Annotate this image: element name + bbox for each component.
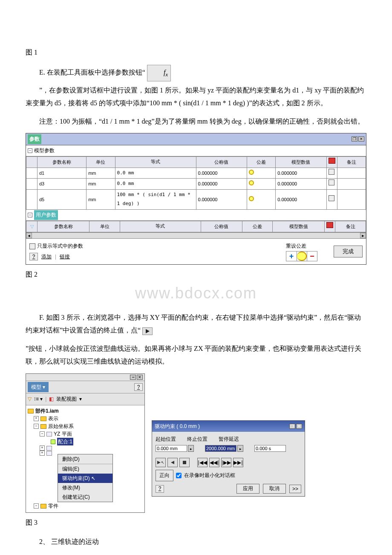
- minus-icon[interactable]: −: [307, 251, 317, 261]
- rewind-start-button[interactable]: |◀◀: [197, 458, 208, 467]
- cell-eq[interactable]: 100 mm * ( sin(d1 / 1 mm * 1 deg) ): [115, 190, 196, 210]
- direction-button[interactable]: 正向: [156, 470, 173, 481]
- cell-eq[interactable]: 0.0 mm: [115, 179, 196, 190]
- col-eq: 等式: [115, 156, 196, 168]
- table-row[interactable]: d3 mm 0.0 mm 0.000000 0.000000: [26, 179, 366, 190]
- step-back-button[interactable]: ◀◀|: [209, 458, 219, 467]
- cursor-icon: ↖: [161, 459, 164, 466]
- plane-icon: [46, 451, 52, 456]
- tolerance-icon: [249, 196, 254, 201]
- checkbox-icon[interactable]: [329, 179, 334, 185]
- flag-icon[interactable]: [326, 222, 333, 228]
- tree-icon[interactable]: ⁝≡ ▾: [34, 394, 43, 404]
- restore-icon[interactable]: ❐: [289, 424, 295, 429]
- end-input[interactable]: [205, 445, 236, 452]
- menu-delete[interactable]: 删除(D): [58, 454, 112, 464]
- menu-edit[interactable]: 编辑(E): [58, 464, 112, 474]
- cell-unit: mm: [86, 190, 115, 210]
- tolerance-icon: [249, 170, 254, 175]
- col-name: 参数名称: [37, 156, 86, 168]
- start-input[interactable]: [156, 445, 187, 452]
- tree-node-mate-selected[interactable]: 配合:1: [57, 438, 73, 445]
- tree-node-origin[interactable]: 原始坐标系: [48, 422, 74, 430]
- stop-button[interactable]: [179, 458, 190, 467]
- expand-icon[interactable]: +: [40, 445, 45, 451]
- col-unit: 单位: [89, 221, 120, 232]
- col-tol: 公差: [247, 156, 275, 168]
- menu-create-note[interactable]: 创建笔记(C): [58, 492, 112, 502]
- context-menu[interactable]: 删除(D) 编辑(E) 驱动约束(D) ↖ 修改(M) 创建笔记(C): [58, 454, 113, 502]
- chevron-down-icon[interactable]: ▾: [79, 394, 82, 404]
- help-icon[interactable]: ?: [29, 253, 38, 260]
- cell-tol[interactable]: [247, 190, 275, 210]
- asm-view-icon[interactable]: ◧: [49, 394, 54, 404]
- cell-name: d5: [37, 190, 86, 210]
- reset-tol-buttons[interactable]: + −: [286, 251, 317, 261]
- undock-icon[interactable]: ┅: [130, 375, 136, 380]
- collapse-icon[interactable]: −: [34, 424, 39, 429]
- cell-tol[interactable]: [247, 168, 275, 179]
- cell-eq[interactable]: 0.0 mm: [115, 168, 196, 179]
- tolerance-circle-icon[interactable]: [297, 251, 307, 261]
- restore-icon[interactable]: ❐: [352, 136, 357, 142]
- table-row[interactable]: d1 mm 0.0 mm 0.000000 0.000000: [26, 168, 366, 179]
- add-button[interactable]: 添加: [41, 252, 52, 262]
- scroll-left-icon[interactable]: ◄: [26, 233, 32, 238]
- minimize-label: 在录像时最小化对话框: [184, 471, 235, 480]
- cell-modelval: 0.000000: [276, 190, 326, 210]
- folder-icon: [40, 504, 46, 509]
- close-icon[interactable]: ✕: [296, 424, 302, 429]
- paragraph-f-text-prefix: F. 如图 3 所示，在浏览器中，选择与 XY 平面的配合约束，在右键下拉菜单中…: [26, 314, 361, 334]
- close-icon[interactable]: ✕: [358, 136, 364, 142]
- checkbox-icon[interactable]: [329, 169, 334, 175]
- more-button[interactable]: >>: [289, 485, 301, 493]
- cancel-button[interactable]: 取消: [263, 484, 286, 494]
- apply-button[interactable]: 应用: [236, 484, 259, 494]
- done-button[interactable]: 完成: [334, 246, 363, 257]
- scroll-right-icon[interactable]: ►: [360, 233, 366, 238]
- reverse-button[interactable]: [167, 458, 178, 467]
- horizontal-scrollbar[interactable]: ◄ ►: [26, 232, 366, 238]
- forward-end-button[interactable]: ▶▶|: [233, 458, 243, 467]
- flag-icon[interactable]: [329, 158, 335, 164]
- col-modelval: 模型数值: [273, 221, 325, 232]
- spin-icon[interactable]: ▸: [188, 445, 194, 452]
- tree-node-repr[interactable]: 表示: [48, 415, 58, 422]
- help-icon[interactable]: ?: [134, 383, 143, 391]
- expand-icon[interactable]: +: [40, 451, 45, 456]
- plus-icon[interactable]: +: [286, 251, 297, 261]
- plane-icon: [46, 446, 52, 451]
- tree-root[interactable]: 部件1.iam: [35, 407, 59, 415]
- delay-input[interactable]: [254, 445, 286, 452]
- play-button[interactable]: ↖: [156, 458, 166, 467]
- svg-rect-3: [183, 461, 186, 464]
- collapse-icon[interactable]: −: [40, 431, 45, 436]
- cell-tol[interactable]: [247, 179, 275, 190]
- menu-drive-constraint[interactable]: 驱动约束(D) ↖: [58, 474, 112, 483]
- cell-nominal: 0.000000: [196, 179, 247, 190]
- show-eq-checkbox[interactable]: [29, 243, 35, 249]
- tree-node-yz[interactable]: YZ 平面: [54, 430, 72, 438]
- link-button[interactable]: 链接: [60, 252, 70, 262]
- collapse-icon[interactable]: −: [34, 503, 39, 509]
- spin-icon[interactable]: ▸: [237, 445, 243, 452]
- table-row[interactable]: d5 mm 100 mm * ( sin(d1 / 1 mm * 1 deg) …: [26, 190, 366, 210]
- expand-icon[interactable]: +: [34, 416, 39, 421]
- menu-modify[interactable]: 修改(M): [58, 483, 112, 492]
- col-nominal: 公称值: [201, 221, 242, 232]
- show-eq-label: 只显示等式中的参数: [37, 241, 83, 251]
- asm-view-dropdown[interactable]: 装配视图: [56, 394, 77, 404]
- user-params-group: 用户参数: [34, 210, 58, 220]
- step-fwd-button[interactable]: |▶▶: [221, 458, 231, 467]
- minimize-checkbox[interactable]: [176, 473, 182, 478]
- help-icon[interactable]: ?: [156, 485, 164, 493]
- checkbox-icon[interactable]: [329, 195, 334, 201]
- tree-node-part[interactable]: 零件: [48, 502, 58, 510]
- close-icon[interactable]: ✕: [137, 375, 143, 380]
- filter-icon[interactable]: ▽: [28, 394, 32, 404]
- collapse-toggle-icon[interactable]: −: [28, 213, 32, 217]
- collapse-toggle-icon[interactable]: −: [28, 148, 32, 153]
- col-note: 备注: [337, 156, 366, 168]
- model-tree[interactable]: 部件1.iam +表示 −原始坐标系 −YZ 平面 配合:1 + + 删除(D)…: [26, 405, 144, 512]
- model-dropdown[interactable]: 模型 ▾: [28, 382, 49, 393]
